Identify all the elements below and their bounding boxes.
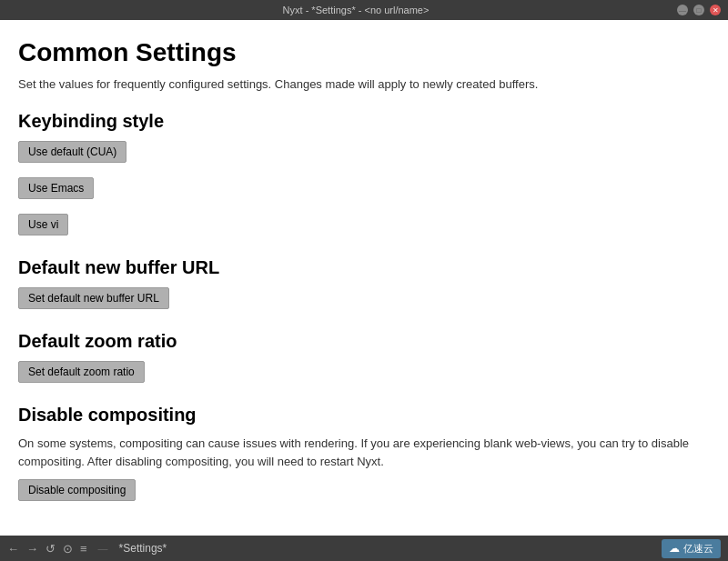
section-title-compositing: Disable compositing [18,405,710,426]
default-url-button-group: Set default new buffer URL [18,287,710,318]
section-title-default-url: Default new buffer URL [18,257,710,278]
page-description: Set the values for frequently configured… [18,76,710,93]
forward-icon[interactable]: → [26,542,38,556]
keybinding-button-group: Use default (CUA) Use Emacs Use vi [18,141,710,245]
status-bar-icons: ← → ↺ ⊙ ≡ [7,542,87,556]
maximize-button[interactable]: □ [693,5,704,15]
menu-icon[interactable]: ≡ [80,542,87,556]
set-default-url-button[interactable]: Set default new buffer URL [18,287,169,309]
status-text: *Settings* [119,542,167,555]
use-vi-button[interactable]: Use vi [18,214,68,235]
status-divider: — [98,543,108,554]
back-icon[interactable]: ← [7,542,19,556]
content-area: Common Settings Set the values for frequ… [0,20,728,536]
watermark-text: 亿速云 [683,542,713,556]
focus-icon[interactable]: ⊙ [63,542,73,556]
page-title: Common Settings [18,38,710,67]
title-bar: Nyxt - *Settings* - <no url/name> — □ ✕ [0,0,728,20]
minimize-button[interactable]: — [677,5,688,15]
compositing-description: On some systems, compositing can cause i… [18,435,710,470]
use-default-cua-button[interactable]: Use default (CUA) [18,141,126,163]
section-title-keybinding: Keybinding style [18,111,710,132]
set-zoom-button[interactable]: Set default zoom ratio [18,361,145,383]
status-bar-right: ☁ 亿速云 [662,539,721,558]
window-controls: — □ ✕ [677,5,721,15]
compositing-button-group: Disable compositing [18,479,710,510]
main-window: Common Settings Set the values for frequ… [0,20,728,536]
reload-icon[interactable]: ↺ [46,542,56,556]
watermark: ☁ 亿速云 [662,539,721,558]
title-bar-text: Nyxt - *Settings* - <no url/name> [35,5,677,15]
close-button[interactable]: ✕ [710,5,721,15]
section-title-zoom: Default zoom ratio [18,331,710,352]
zoom-button-group: Set default zoom ratio [18,361,710,392]
status-bar: ← → ↺ ⊙ ≡ — *Settings* ☁ 亿速云 [0,536,728,561]
cloud-icon: ☁ [669,542,680,555]
use-emacs-button[interactable]: Use Emacs [18,177,94,199]
disable-compositing-button[interactable]: Disable compositing [18,479,136,501]
